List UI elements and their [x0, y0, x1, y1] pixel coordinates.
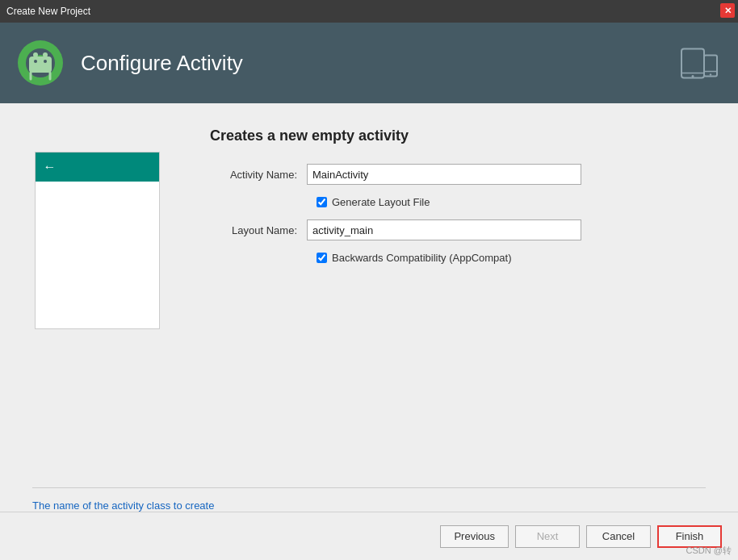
content-area: ← Creates a new empty activity Activity … [0, 103, 738, 479]
title-bar: Create New Project ✕ [0, 0, 738, 23]
header-title: Configure Activity [81, 51, 243, 76]
header: Configure Activity [0, 23, 738, 103]
android-studio-logo [16, 39, 65, 87]
activity-name-row: Activity Name: [210, 164, 706, 185]
svg-point-7 [44, 60, 47, 63]
svg-point-12 [692, 75, 694, 77]
phone-back-arrow: ← [44, 160, 57, 174]
form-area: Creates a new empty activity Activity Na… [210, 127, 706, 463]
activity-name-label: Activity Name: [210, 169, 307, 181]
backwards-compat-checkbox[interactable] [317, 253, 327, 263]
svg-rect-13 [704, 56, 717, 77]
generate-layout-row: Generate Layout File [317, 196, 706, 208]
form-section-title: Creates a new empty activity [210, 127, 706, 144]
phone-screen: ← [35, 152, 160, 329]
activity-name-input[interactable] [307, 164, 581, 185]
main-content: ← Creates a new empty activity Activity … [0, 103, 738, 512]
backwards-compat-row: Backwards Compatibility (AppCompat) [317, 252, 706, 264]
layout-name-row: Layout Name: [210, 219, 706, 240]
generate-layout-label[interactable]: Generate Layout File [332, 196, 430, 208]
close-button[interactable]: ✕ [720, 3, 735, 18]
layout-name-label: Layout Name: [210, 224, 307, 236]
cancel-button[interactable]: Cancel [586, 525, 651, 548]
previous-button[interactable]: Previous [440, 525, 509, 548]
device-icon [680, 43, 719, 84]
backwards-compat-label[interactable]: Backwards Compatibility (AppCompat) [332, 252, 512, 264]
phone-top-bar: ← [36, 153, 159, 182]
svg-point-6 [34, 60, 37, 63]
svg-point-4 [33, 52, 38, 57]
svg-point-5 [43, 52, 48, 57]
help-text: The name of the activity class to create [0, 495, 738, 512]
title-bar-text: Create New Project [6, 6, 90, 17]
phone-preview: ← [32, 152, 161, 463]
layout-name-input[interactable] [307, 219, 581, 240]
next-button[interactable]: Next [515, 525, 580, 548]
svg-rect-3 [29, 56, 52, 73]
separator [32, 487, 706, 488]
svg-point-15 [710, 73, 711, 75]
watermark: CSDN @转 [686, 545, 732, 557]
generate-layout-checkbox[interactable] [317, 197, 327, 207]
bottom-bar: Previous Next Cancel Finish [0, 512, 738, 560]
